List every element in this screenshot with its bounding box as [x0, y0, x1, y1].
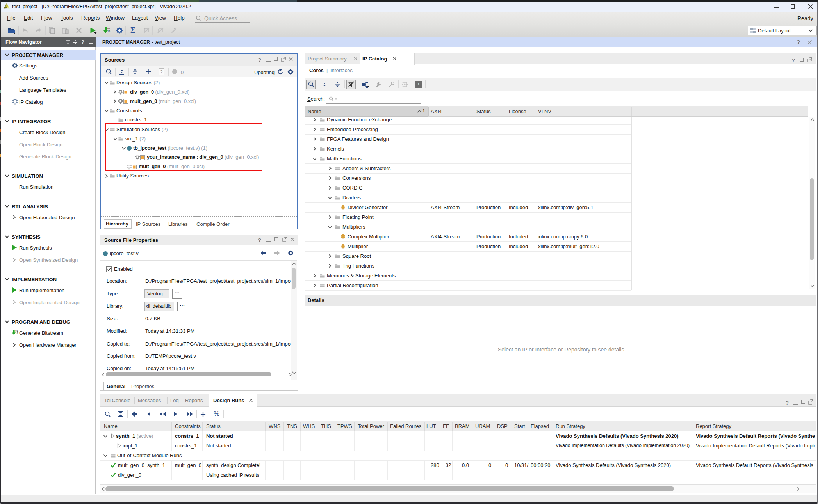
svg-text:10: 10 [107, 30, 111, 33]
svg-text:01: 01 [107, 27, 111, 30]
svg-text:10: 10 [15, 332, 18, 335]
